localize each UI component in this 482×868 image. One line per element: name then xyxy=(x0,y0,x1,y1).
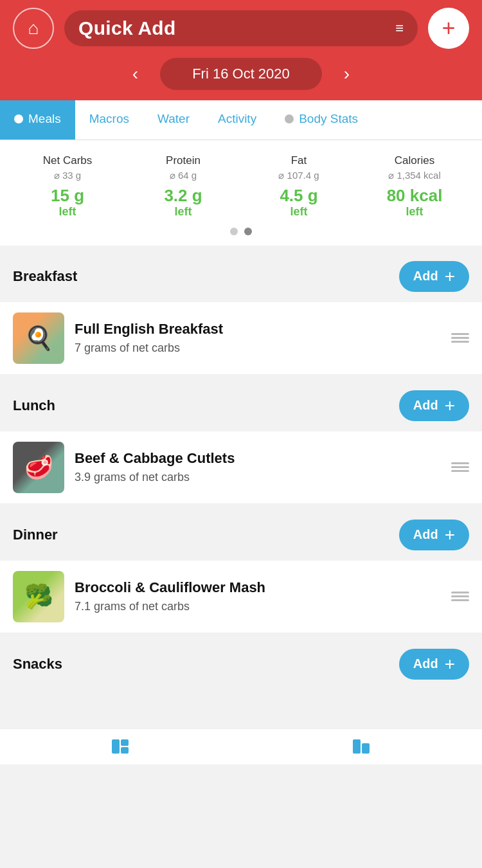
svg-rect-2 xyxy=(121,747,129,754)
add-snacks-button[interactable]: Add + xyxy=(399,649,469,680)
pagination-dots xyxy=(13,228,469,235)
tab-water[interactable]: Water xyxy=(143,100,204,140)
breakfast-item-thumbnail: 🍳 xyxy=(13,312,64,364)
breakfast-drag-handle[interactable] xyxy=(451,333,469,343)
breakfast-item[interactable]: 🍳 Full English Breakfast 7 grams of net … xyxy=(0,302,482,375)
dinner-item-info: Broccoli & Cauliflower Mash 7.1 grams of… xyxy=(75,579,441,613)
body-stats-tab-dot xyxy=(285,114,294,123)
macros-grid: Net Carbs ⌀ 33 g 15 g left Protein ⌀ 64 … xyxy=(13,154,469,219)
tab-macros[interactable]: Macros xyxy=(75,100,143,140)
bottom-navigation xyxy=(0,728,482,764)
quick-add-title: Quick Add xyxy=(78,17,176,39)
dinner-section-header: Dinner Add + xyxy=(0,509,482,561)
hamburger-icon: ≡ xyxy=(395,20,404,37)
calories-macro: Calories ⌀ 1,354 kcal 80 kcal left xyxy=(360,154,469,219)
add-lunch-plus-icon: + xyxy=(445,397,455,415)
bottom-home-icon xyxy=(111,737,131,759)
macros-summary: Net Carbs ⌀ 33 g 15 g left Protein ⌀ 64 … xyxy=(0,140,482,246)
add-dinner-button[interactable]: Add + xyxy=(399,520,469,550)
current-date[interactable]: Fri 16 Oct 2020 xyxy=(160,58,322,90)
plus-icon: + xyxy=(442,15,455,42)
lunch-item-thumbnail: 🥩 xyxy=(13,442,64,493)
bottom-nav-stats[interactable] xyxy=(352,737,372,759)
tab-body-stats[interactable]: Body Stats xyxy=(271,100,372,140)
lunch-drag-handle[interactable] xyxy=(451,462,469,472)
bottom-stats-icon xyxy=(352,737,372,759)
home-button[interactable]: ⌂ xyxy=(13,8,54,49)
tab-bar: Meals Macros Water Activity Body Stats xyxy=(0,100,482,140)
meals-tab-dot xyxy=(14,114,23,123)
quick-add-pill[interactable]: Quick Add ≡ xyxy=(64,10,418,46)
next-date-button[interactable]: › xyxy=(335,60,359,88)
net-carbs-macro: Net Carbs ⌀ 33 g 15 g left xyxy=(13,154,122,219)
svg-rect-3 xyxy=(353,739,361,754)
protein-macro: Protein ⌀ 64 g 3.2 g left xyxy=(129,154,238,219)
bottom-spacer xyxy=(0,690,482,728)
add-lunch-button[interactable]: Add + xyxy=(399,390,469,421)
add-snacks-plus-icon: + xyxy=(445,655,455,673)
dinner-item[interactable]: 🥦 Broccoli & Cauliflower Mash 7.1 grams … xyxy=(0,561,482,633)
lunch-item[interactable]: 🥩 Beef & Cabbage Cutlets 3.9 grams of ne… xyxy=(0,431,482,504)
svg-rect-1 xyxy=(121,739,129,746)
lunch-item-info: Beef & Cabbage Cutlets 3.9 grams of net … xyxy=(75,450,441,484)
add-button[interactable]: + xyxy=(428,8,469,49)
dinner-drag-handle[interactable] xyxy=(451,592,469,601)
prev-date-button[interactable]: ‹ xyxy=(123,60,147,88)
date-navigation: ‹ Fri 16 Oct 2020 › xyxy=(13,58,469,90)
svg-rect-4 xyxy=(362,743,370,754)
add-breakfast-button[interactable]: Add + xyxy=(399,261,469,292)
header-top: ⌂ Quick Add ≡ + xyxy=(13,8,469,49)
snacks-section-header: Snacks Add + xyxy=(0,638,482,690)
svg-rect-0 xyxy=(112,739,120,754)
add-breakfast-plus-icon: + xyxy=(445,267,455,285)
breakfast-item-info: Full English Breakfast 7 grams of net ca… xyxy=(75,321,441,355)
dot-2 xyxy=(244,228,252,235)
add-dinner-plus-icon: + xyxy=(445,526,455,544)
lunch-section-header: Lunch Add + xyxy=(0,380,482,431)
dinner-item-thumbnail: 🥦 xyxy=(13,571,64,622)
header: ⌂ Quick Add ≡ + ‹ Fri 16 Oct 2020 › xyxy=(0,0,482,100)
tab-meals[interactable]: Meals xyxy=(0,100,75,140)
fat-macro: Fat ⌀ 107.4 g 4.5 g left xyxy=(244,154,353,219)
breakfast-section-header: Breakfast Add + xyxy=(0,251,482,302)
home-icon: ⌂ xyxy=(28,18,39,39)
tab-activity[interactable]: Activity xyxy=(204,100,271,140)
dot-1 xyxy=(230,228,238,235)
bottom-nav-home[interactable] xyxy=(111,737,131,759)
